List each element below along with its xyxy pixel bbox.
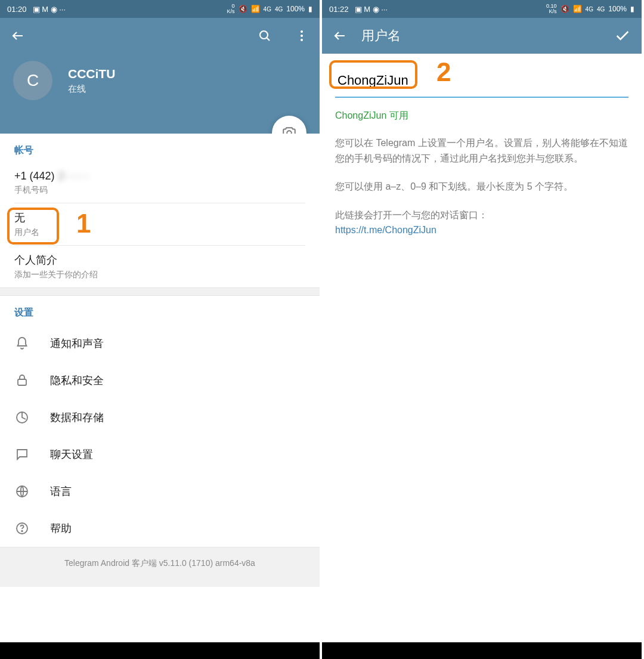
info-paragraph-3: 此链接会打开一个与您的对话窗口： xyxy=(335,210,488,220)
avatar[interactable]: C xyxy=(13,61,52,100)
chat-icon xyxy=(14,447,30,462)
data-icon xyxy=(14,410,30,425)
help-icon xyxy=(14,521,30,536)
settings-language[interactable]: 语言 xyxy=(0,473,320,510)
signal-icon-1: 4G xyxy=(586,6,593,13)
svg-point-9 xyxy=(21,531,23,532)
username-input[interactable] xyxy=(335,64,628,98)
info-paragraph-1: 您可以在 Telegram 上设置一个用户名。设置后，别人将能够在不知道您的手机… xyxy=(335,135,628,166)
wifi-icon: 📶 xyxy=(573,5,582,13)
back-icon[interactable] xyxy=(333,29,347,43)
bio-item[interactable]: 个人简介 添加一些关于你的介绍 xyxy=(0,246,320,287)
phone-value: +1 (442) xyxy=(14,170,55,182)
status-bar: 01:20 ▣ M ◉ ··· 0 K/s 🔇 📶 4G 4G 100% ▮ xyxy=(0,0,320,18)
bio-value: 个人简介 xyxy=(14,253,57,267)
battery-icon: ▮ xyxy=(308,5,312,13)
status-notification-icons: ▣ M ◉ ··· xyxy=(355,5,388,14)
section-settings: 设置 xyxy=(0,296,320,325)
screen-settings: 01:20 ▣ M ◉ ··· 0 K/s 🔇 📶 4G 4G 100% ▮ xyxy=(0,0,322,659)
mute-icon: 🔇 xyxy=(561,5,569,13)
settings-privacy[interactable]: 隐私和安全 xyxy=(0,362,320,399)
username-link[interactable]: https://t.me/ChongZiJun xyxy=(335,225,436,235)
phone-hidden: 2······· xyxy=(58,170,90,182)
status-time: 01:22 xyxy=(329,5,349,14)
info-paragraph-2: 您可以使用 a–z、0–9 和下划线。最小长度为 5 个字符。 xyxy=(335,179,628,194)
bio-label: 添加一些关于你的介绍 xyxy=(14,270,98,280)
svg-point-2 xyxy=(301,35,303,37)
signal-icon-1: 4G xyxy=(264,6,271,13)
mute-icon: 🔇 xyxy=(239,5,247,13)
search-icon[interactable] xyxy=(258,29,272,43)
bell-icon xyxy=(14,336,30,351)
profile-status: 在线 xyxy=(68,83,115,95)
content-area: 帐号 +1 (442) 2······· 手机号码 无 用户名 个人简介 添加一… xyxy=(0,134,320,642)
more-icon[interactable] xyxy=(295,29,309,43)
screen-username-edit: 01:22 ▣ M ◉ ··· 0.10 K/s 🔇 📶 4G 4G 100% … xyxy=(322,0,644,659)
version-footer: Telegram Android 客户端 v5.11.0 (1710) arm6… xyxy=(0,547,320,587)
globe-icon xyxy=(14,484,30,499)
settings-help[interactable]: 帮助 xyxy=(0,510,320,547)
profile-header: C CCCiTU 在线 xyxy=(0,18,320,134)
username-label: 用户名 xyxy=(14,227,39,238)
availability-text: ChongZiJun 可用 xyxy=(335,110,628,122)
battery-icon: ▮ xyxy=(630,5,634,13)
battery-text: 100% xyxy=(286,5,305,13)
status-notification-icons: ▣ M ◉ ··· xyxy=(33,5,66,14)
android-nav-bar xyxy=(0,642,320,659)
toolbar-title: 用户名 xyxy=(361,27,600,45)
lock-icon xyxy=(14,373,30,388)
content-area: ChongZiJun 可用 您可以在 Telegram 上设置一个用户名。设置后… xyxy=(322,54,642,249)
svg-point-3 xyxy=(301,39,303,41)
settings-data[interactable]: 数据和存储 xyxy=(0,399,320,436)
svg-point-0 xyxy=(260,31,268,39)
section-account: 帐号 xyxy=(0,134,320,163)
status-bar: 01:22 ▣ M ◉ ··· 0.10 K/s 🔇 📶 4G 4G 100% … xyxy=(322,0,642,18)
wifi-icon: 📶 xyxy=(251,5,260,13)
signal-icon-2: 4G xyxy=(275,6,283,13)
profile-name: CCCiTU xyxy=(68,67,115,81)
settings-notifications[interactable]: 通知和声音 xyxy=(0,325,320,362)
username-item[interactable]: 无 用户名 xyxy=(0,203,320,245)
confirm-icon[interactable] xyxy=(614,27,631,44)
username-value: 无 xyxy=(14,211,25,225)
status-time: 01:20 xyxy=(7,5,27,14)
android-nav-bar xyxy=(322,642,642,659)
svg-point-1 xyxy=(301,30,303,33)
svg-rect-5 xyxy=(18,379,26,385)
net-rate: 0 K/s xyxy=(227,4,235,14)
net-rate: 0.10 K/s xyxy=(546,4,557,14)
phone-item[interactable]: +1 (442) 2······· 手机号码 xyxy=(0,163,320,203)
settings-chat[interactable]: 聊天设置 xyxy=(0,436,320,473)
battery-text: 100% xyxy=(608,5,627,13)
signal-icon-2: 4G xyxy=(597,6,605,13)
back-icon[interactable] xyxy=(11,29,25,43)
phone-label: 手机号码 xyxy=(14,185,48,196)
